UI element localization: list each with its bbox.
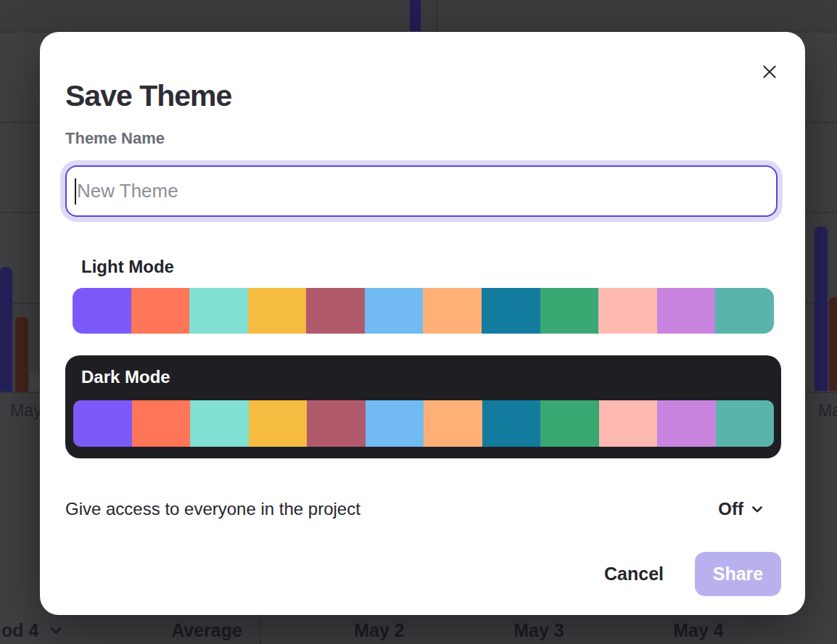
access-value: Off: [718, 499, 743, 519]
palette-swatch: [716, 400, 775, 447]
dark-mode-palette: [73, 400, 774, 447]
palette-swatch: [73, 288, 131, 334]
axis-label-may4: May 4: [673, 620, 723, 641]
close-button[interactable]: [759, 61, 780, 83]
share-button[interactable]: Share: [695, 552, 781, 596]
text-caret: [75, 178, 76, 205]
palette-swatch: [366, 400, 424, 447]
light-mode-label: Light Mode: [81, 257, 174, 277]
dialog-title: Save Theme: [65, 79, 231, 113]
theme-name-input[interactable]: [65, 165, 778, 217]
close-icon: [760, 62, 779, 81]
palette-swatch: [189, 288, 248, 334]
chart-category-label: May: [818, 401, 837, 421]
chevron-down-icon: [750, 502, 764, 516]
theme-name-label: Theme Name: [65, 129, 165, 148]
palette-swatch: [540, 400, 599, 447]
screen: { "dialog": { "title": "Save Theme", "th…: [0, 0, 837, 644]
palette-swatch: [424, 400, 482, 447]
chart-bar: [30, 372, 39, 392]
palette-swatch: [715, 288, 774, 334]
chart-bar: [15, 317, 28, 392]
period-dropdown-label[interactable]: od 4: [1, 620, 38, 641]
palette-swatch: [657, 400, 716, 447]
chevron-down-icon[interactable]: [48, 622, 64, 638]
palette-swatch: [190, 400, 249, 447]
palette-swatch: [598, 288, 657, 334]
palette-swatch: [307, 400, 366, 447]
axis-label-average: Average: [171, 620, 242, 641]
save-theme-dialog: Save Theme Theme Name Light Mode Dark Mo…: [40, 32, 805, 615]
palette-swatch: [540, 288, 599, 334]
palette-swatch: [249, 400, 308, 447]
chart-bar: [0, 267, 12, 392]
palette-swatch: [482, 400, 541, 447]
palette-swatch: [482, 288, 540, 334]
chart-bar: [410, 0, 421, 31]
palette-swatch: [248, 288, 307, 334]
palette-swatch: [132, 400, 191, 447]
palette-swatch: [73, 400, 132, 447]
dark-mode-label: Dark Mode: [81, 367, 170, 387]
axis-label-may3: May 3: [514, 620, 564, 641]
chart-bar: [815, 226, 828, 391]
palette-swatch: [423, 288, 482, 334]
chart-category-label: May: [10, 401, 41, 421]
palette-swatch: [306, 288, 365, 334]
palette-swatch: [131, 288, 190, 334]
palette-swatch: [365, 288, 424, 334]
axis-label-may2: May 2: [354, 620, 404, 641]
dark-mode-card: Dark Mode: [65, 355, 781, 458]
access-row: Give access to everyone in the project O…: [65, 493, 764, 525]
chart-bar: [829, 297, 837, 391]
palette-swatch: [657, 288, 716, 334]
cancel-button[interactable]: Cancel: [591, 552, 677, 596]
light-mode-palette: [73, 288, 774, 334]
palette-swatch: [599, 400, 658, 447]
access-dropdown[interactable]: Off: [718, 499, 764, 519]
access-label: Give access to everyone in the project: [65, 499, 360, 519]
